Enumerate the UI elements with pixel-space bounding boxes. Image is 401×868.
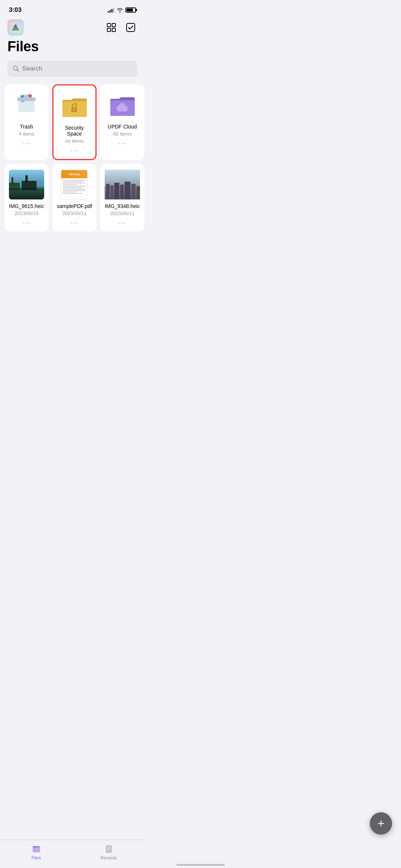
grid-item-updf-cloud[interactable]: UPDF Cloud 60 items ··· [100,84,144,160]
city-thumbnail [105,170,140,199]
svg-line-10 [17,70,19,72]
status-bar: 3:03 [0,0,145,16]
status-time: 3:03 [9,6,22,14]
grid-item-trash[interactable]: Trash 4 items ··· [4,84,49,160]
svg-rect-27 [12,177,13,185]
search-bar[interactable] [7,61,137,77]
item-more-updf[interactable]: ··· [118,140,126,147]
svg-rect-34 [114,183,119,199]
svg-point-19 [74,109,75,111]
item-meta-trash: 4 items [19,131,35,137]
svg-rect-29 [25,175,27,183]
svg-rect-8 [127,23,135,32]
pdf-content [61,178,87,199]
harbor-thumbnail [9,170,44,199]
signal-icon [108,7,114,13]
status-icons [108,7,136,13]
item-meta-img9615: 2023/05/15 [14,211,39,216]
grid-item-security-space[interactable]: Security Space no items ··· [52,84,97,160]
samplepdf-icon-wrap: ARTICLE [59,170,89,199]
item-meta-pdf: 2023/05/11 [62,211,87,216]
svg-rect-25 [9,186,44,199]
item-meta-security: no items [65,138,84,144]
trash-icon [13,92,39,118]
svg-rect-5 [112,23,115,27]
svg-rect-23 [118,108,127,111]
item-more-security[interactable]: ··· [71,147,78,155]
item-more-trash[interactable]: ··· [23,140,30,147]
page-title-wrap: Files [0,37,145,61]
pdf-header: ARTICLE [61,170,87,178]
item-more-img9615[interactable]: ··· [23,219,30,227]
item-more-img9348[interactable]: ··· [118,219,126,227]
search-icon [13,65,19,72]
grid-item-img9348[interactable]: IMG_9348.heic 2023/05/11 ··· [100,164,144,231]
page-title: Files [7,39,137,55]
svg-rect-26 [9,183,20,190]
item-more-pdf[interactable]: ··· [71,219,78,227]
svg-rect-38 [136,186,140,199]
item-meta-updf: 60 items [113,131,131,137]
folder-gold-lock-icon [61,95,88,118]
pdf-thumbnail: ARTICLE [61,170,88,199]
img9615-icon-wrap [9,170,44,199]
grid-item-img9615[interactable]: IMG_9615.heic 2023/05/15 ··· [4,164,49,231]
updf-cloud-icon-wrap [107,90,137,120]
select-button[interactable] [124,21,137,34]
svg-rect-35 [120,185,124,199]
item-name-trash: Trash [20,124,33,130]
svg-rect-31 [105,186,105,199]
svg-rect-32 [106,184,110,199]
grid-view-button[interactable] [105,21,118,34]
search-input[interactable] [22,65,132,72]
svg-rect-6 [107,28,111,32]
svg-rect-33 [110,185,113,199]
item-meta-img9348: 2023/05/11 [110,211,134,216]
header [0,16,145,37]
grid-item-samplepdf[interactable]: ARTICLE samplePDF.pdf 2023/05/11 ··· [52,164,97,231]
item-name-img9348: IMG_9348.heic [105,203,140,209]
app-logo[interactable] [7,19,24,36]
trash-icon-wrap [12,90,41,120]
svg-rect-37 [131,184,136,199]
item-name-security: Security Space [58,125,91,137]
item-name-updf: UPDF Cloud [108,124,137,130]
img9348-icon-wrap [105,170,140,199]
item-name-pdf: samplePDF.pdf [57,203,92,209]
svg-rect-28 [22,181,36,190]
search-wrap [0,61,145,84]
item-name-img9615: IMG_9615.heic [9,203,44,209]
header-actions [105,21,137,34]
folder-purple-cloud-icon [109,94,136,117]
wifi-icon [117,7,123,13]
svg-rect-36 [124,182,130,199]
security-space-icon-wrap [59,91,89,121]
file-grid: Trash 4 items ··· Security Space no item… [0,84,145,231]
svg-rect-17 [24,95,29,98]
svg-rect-4 [107,23,111,27]
battery-icon [125,7,136,13]
svg-rect-7 [112,28,115,32]
